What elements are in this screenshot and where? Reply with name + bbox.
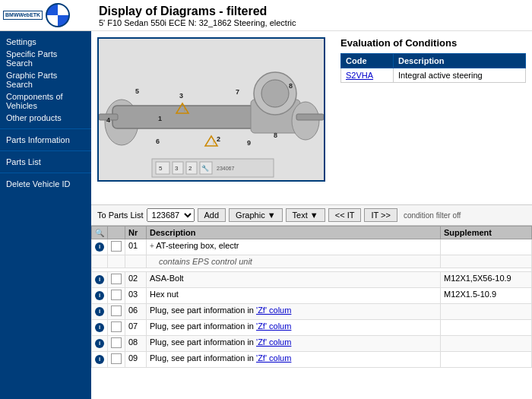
info-icon[interactable]: i bbox=[95, 355, 104, 364]
svg-text:8: 8 bbox=[289, 82, 293, 90]
svg-point-6 bbox=[292, 102, 319, 140]
row-check-cell bbox=[108, 272, 125, 288]
table-row: i 03 Hex nut M12X1.5-10.9 bbox=[92, 288, 532, 304]
row-supplement: M12X1.5-10.9 bbox=[441, 288, 532, 304]
row-checkbox[interactable] bbox=[111, 353, 122, 364]
bmw-logo bbox=[46, 3, 70, 27]
svg-text:!: ! bbox=[184, 107, 185, 112]
table-sub-row: contains EPS control unit bbox=[92, 255, 532, 268]
zf-link[interactable]: 'Zf' colum bbox=[256, 306, 291, 315]
sub-info-cell bbox=[92, 255, 108, 268]
sidebar-item-other-products[interactable]: Other products bbox=[0, 112, 91, 124]
svg-text:6: 6 bbox=[156, 138, 160, 145]
main-content: Display of Diagrams - filtered 5' F10 Se… bbox=[91, 0, 532, 399]
content-area: 5 3 2 6 9 8 7 8 4 1 ! ! bbox=[91, 31, 532, 204]
info-icon[interactable]: i bbox=[95, 323, 104, 332]
sidebar-item-components-vehicles[interactable]: Components of Vehicles bbox=[0, 90, 91, 112]
sidebar-item-delete-vehicle-id[interactable]: Delete Vehicle ID bbox=[0, 178, 91, 190]
eval-row: S2VHA Integral active steering bbox=[341, 68, 526, 83]
row-info-cell: i bbox=[92, 320, 108, 336]
diagram-image[interactable]: 5 3 2 6 9 8 7 8 4 1 ! ! bbox=[97, 37, 325, 182]
evaluation-title: Evaluation of Conditions bbox=[340, 37, 526, 49]
table-row: i 07 Plug, see part information in 'Zf' … bbox=[92, 320, 532, 336]
eval-description: Integral active steering bbox=[394, 68, 526, 83]
row-check-cell bbox=[108, 320, 125, 336]
sidebar-item-specific-parts-search[interactable]: Specific Parts Search bbox=[0, 48, 91, 69]
row-desc: Plug, see part information in 'Zf' colum bbox=[147, 304, 441, 320]
page-subtitle: 5' F10 Sedan 550i ECE N: 32_1862 Steerin… bbox=[99, 18, 524, 27]
text-button[interactable]: Text ▼ bbox=[286, 208, 325, 222]
col-supp-header: Supplement bbox=[441, 226, 532, 239]
table-row: i 08 Plug, see part information in 'Zf' … bbox=[92, 336, 532, 352]
row-supplement bbox=[441, 320, 532, 336]
col-desc-header: Description bbox=[147, 226, 441, 239]
row-desc: Hex nut bbox=[147, 288, 441, 304]
row-info-cell: i bbox=[92, 304, 108, 320]
row-desc: Plug, see part information in 'Zf' colum bbox=[147, 320, 441, 336]
row-info-cell: i bbox=[92, 336, 108, 352]
sidebar-item-parts-information[interactable]: Parts Information bbox=[0, 134, 91, 146]
table-row: i 09 Plug, see part information in 'Zf' … bbox=[92, 352, 532, 368]
sidebar-item-graphic-parts-search[interactable]: Graphic Parts Search bbox=[0, 69, 91, 90]
row-checkbox[interactable] bbox=[111, 337, 122, 348]
search-icon: 🔍 bbox=[95, 229, 104, 237]
svg-text:5: 5 bbox=[135, 87, 139, 95]
svg-rect-2 bbox=[112, 106, 264, 128]
row-desc: ASA-Bolt bbox=[147, 272, 441, 288]
add-button[interactable]: Add bbox=[198, 208, 226, 222]
eval-col-code: Code bbox=[341, 54, 394, 68]
row-check-cell bbox=[108, 304, 125, 320]
table-row: i 02 ASA-Bolt M12X1,5X56-10.9 bbox=[92, 272, 532, 288]
filter-label: condition filter off bbox=[404, 211, 461, 220]
graphic-button[interactable]: Graphic ▼ bbox=[229, 208, 282, 222]
expand-icon[interactable]: + bbox=[150, 242, 154, 250]
svg-text:7: 7 bbox=[236, 88, 239, 96]
svg-rect-23 bbox=[152, 159, 274, 177]
sub-desc: contains EPS control unit bbox=[147, 255, 441, 268]
row-checkbox[interactable] bbox=[111, 241, 122, 252]
zf-link[interactable]: 'Zf' colum bbox=[256, 353, 291, 363]
prev-button[interactable]: << IT bbox=[328, 208, 362, 222]
evaluation-table: Code Description S2VHA Integral active s… bbox=[340, 53, 526, 83]
table-row: i 01 + AT-steering box, electr bbox=[92, 239, 532, 255]
next-button[interactable]: IT >> bbox=[364, 208, 397, 222]
sidebar-item-settings[interactable]: Settings bbox=[0, 36, 91, 48]
zf-link[interactable]: 'Zf' colum bbox=[256, 321, 291, 331]
info-icon[interactable]: i bbox=[95, 307, 104, 316]
svg-text:4: 4 bbox=[106, 116, 110, 124]
eval-code[interactable]: S2VHA bbox=[341, 68, 394, 83]
evaluation-area: Evaluation of Conditions Code Descriptio… bbox=[334, 31, 532, 204]
row-info-cell: i bbox=[92, 352, 108, 368]
info-icon[interactable]: i bbox=[95, 242, 104, 252]
row-nr: 01 bbox=[125, 239, 147, 255]
svg-text:2: 2 bbox=[188, 165, 192, 172]
info-icon[interactable]: i bbox=[95, 339, 104, 348]
row-checkbox[interactable] bbox=[111, 274, 122, 284]
info-icon[interactable]: i bbox=[95, 291, 104, 300]
svg-text:5: 5 bbox=[159, 165, 163, 172]
row-checkbox[interactable] bbox=[111, 290, 122, 300]
svg-text:3: 3 bbox=[179, 92, 183, 100]
row-check-cell bbox=[108, 336, 125, 352]
info-icon[interactable]: i bbox=[95, 275, 104, 284]
sidebar-divider2 bbox=[0, 150, 91, 151]
row-nr: 02 bbox=[125, 272, 147, 288]
row-checkbox[interactable] bbox=[111, 321, 122, 332]
col-nr-header: Nr bbox=[125, 226, 147, 239]
svg-rect-24 bbox=[156, 162, 169, 174]
col-icons bbox=[108, 226, 125, 239]
row-checkbox[interactable] bbox=[111, 306, 122, 316]
zf-link[interactable]: 'Zf' colum bbox=[256, 337, 291, 347]
sidebar-item-parts-list[interactable]: Parts List bbox=[0, 156, 91, 168]
row-check-cell bbox=[108, 288, 125, 304]
row-nr: 07 bbox=[125, 320, 147, 336]
parts-controls: To Parts List 123687 Add Graphic ▼ Text … bbox=[91, 204, 532, 226]
row-supplement: M12X1,5X56-10.9 bbox=[441, 272, 532, 288]
svg-text:8: 8 bbox=[274, 131, 277, 139]
sub-nr bbox=[125, 255, 147, 268]
bmw-etk-label: BMWWebETK bbox=[3, 11, 43, 20]
parts-list-select[interactable]: 123687 bbox=[147, 208, 195, 222]
row-info-cell: i bbox=[92, 272, 108, 288]
svg-text:🔧: 🔧 bbox=[201, 164, 209, 172]
parts-list-label: To Parts List bbox=[97, 211, 144, 220]
